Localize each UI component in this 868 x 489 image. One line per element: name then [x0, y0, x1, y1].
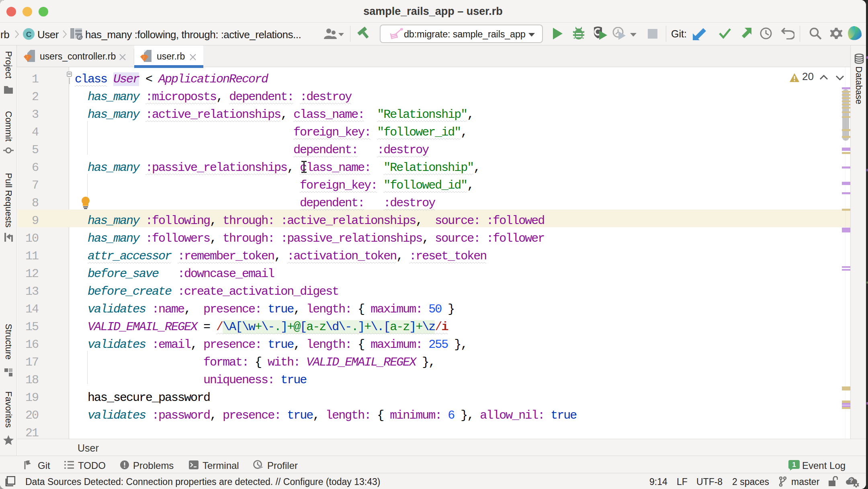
svg-text:?: ?: [849, 477, 853, 484]
svg-text:1: 1: [792, 461, 796, 468]
